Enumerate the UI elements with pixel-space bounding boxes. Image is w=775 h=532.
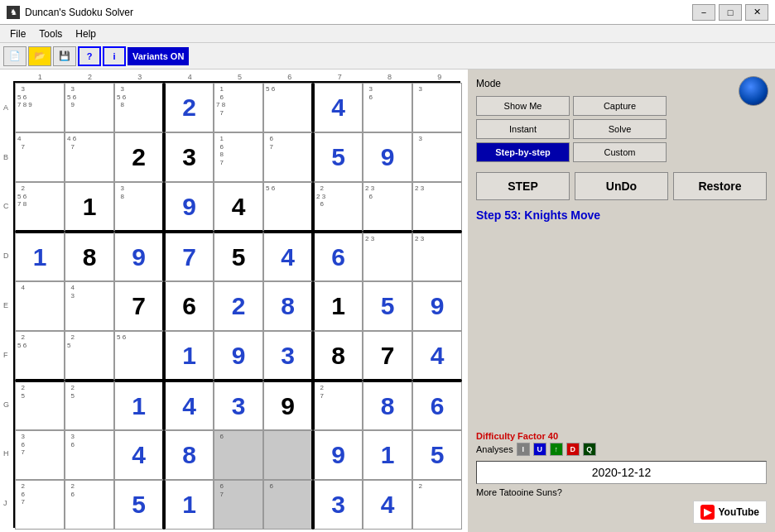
table-row[interactable]: 3 <box>412 83 462 132</box>
table-row[interactable]: 2 3 <box>412 182 462 232</box>
table-row[interactable]: 3 8 <box>114 182 164 232</box>
table-row[interactable]: 2 6 7 <box>15 480 65 530</box>
instant-button[interactable]: Instant <box>476 119 570 139</box>
youtube-area[interactable]: ▶ YouTube <box>476 501 767 524</box>
table-row[interactable]: 2 6 <box>65 480 114 530</box>
table-row[interactable]: 1 <box>114 381 164 430</box>
table-row[interactable]: 6 <box>214 430 263 480</box>
table-row[interactable]: 3 <box>313 480 363 530</box>
toolbar-new[interactable]: 📄 <box>3 46 26 66</box>
toolbar-info[interactable]: i <box>103 46 126 66</box>
table-row[interactable]: 1 <box>313 281 363 331</box>
table-row[interactable]: 4 <box>412 331 462 381</box>
table-row[interactable]: 4 7 <box>15 132 65 182</box>
table-row[interactable]: 3 <box>164 132 214 182</box>
table-row[interactable]: 7 <box>114 281 164 331</box>
table-row[interactable]: 1 <box>164 480 214 530</box>
table-row[interactable]: 9 <box>114 232 164 281</box>
table-row[interactable]: 6 <box>412 381 462 430</box>
table-row[interactable]: 6 7 <box>263 132 313 182</box>
table-row[interactable]: 3 <box>214 381 263 430</box>
custom-button[interactable]: Custom <box>573 142 667 162</box>
table-row[interactable]: 9 <box>313 430 363 480</box>
table-row[interactable]: 3 6 7 <box>15 430 65 480</box>
table-row[interactable]: 4 <box>263 232 313 281</box>
toolbar-help[interactable]: ? <box>78 46 101 66</box>
menu-tools[interactable]: Tools <box>32 26 69 41</box>
step-by-step-button[interactable]: Step-by-step <box>476 142 570 162</box>
step-button[interactable]: STEP <box>476 172 570 200</box>
table-row[interactable]: 2 <box>114 132 164 182</box>
restore-button[interactable]: Restore <box>673 172 767 200</box>
table-row[interactable]: 9 <box>164 182 214 232</box>
table-row[interactable]: 6 <box>164 281 214 331</box>
table-row[interactable]: 6 <box>263 480 313 530</box>
table-row[interactable]: 3 6 <box>363 83 412 132</box>
table-row[interactable]: 5 6 <box>263 83 313 132</box>
menu-help[interactable]: Help <box>69 26 103 41</box>
table-row[interactable]: 1 <box>164 331 214 381</box>
table-row[interactable]: 6 7 <box>214 480 263 530</box>
table-row[interactable]: 8 <box>363 381 412 430</box>
table-row[interactable]: 2 <box>214 281 263 331</box>
youtube-button[interactable]: ▶ YouTube <box>693 501 767 524</box>
table-row[interactable]: 8 <box>313 331 363 381</box>
table-row[interactable]: 2 7 <box>313 381 363 430</box>
table-row[interactable]: 7 <box>363 331 412 381</box>
table-row[interactable]: 5 <box>114 480 164 530</box>
capture-button[interactable]: Capture <box>573 96 667 116</box>
table-row[interactable]: 4 3 <box>65 281 114 331</box>
table-row[interactable]: 5 <box>313 132 363 182</box>
variants-button[interactable]: Variants ON <box>128 47 189 65</box>
table-row[interactable]: 1 6 8 7 <box>214 132 263 182</box>
table-row[interactable]: 5 <box>412 430 462 480</box>
table-row[interactable]: 3 <box>412 132 462 182</box>
undo-button[interactable]: UnDo <box>575 172 668 200</box>
table-row[interactable]: 5 <box>214 232 263 281</box>
table-row[interactable]: 2 5 <box>65 381 114 430</box>
table-row[interactable]: 5 <box>363 281 412 331</box>
table-row[interactable]: 9 <box>214 331 263 381</box>
table-row[interactable]: 1 6 7 8 7 <box>214 83 263 132</box>
table-row[interactable]: 4 <box>114 430 164 480</box>
table-row[interactable]: 4 <box>164 381 214 430</box>
table-row[interactable]: 8 <box>164 430 214 480</box>
table-row[interactable]: 1 <box>15 232 65 281</box>
table-row[interactable]: 9 <box>412 281 462 331</box>
table-row[interactable]: 8 <box>263 281 313 331</box>
table-row[interactable]: 2 5 6 <box>15 331 65 381</box>
toolbar-open[interactable]: 📂 <box>28 46 51 66</box>
table-row[interactable]: 2 3 <box>363 232 412 281</box>
table-row[interactable]: 5 6 <box>114 331 164 381</box>
table-row[interactable]: 3 <box>263 331 313 381</box>
table-row[interactable]: 2 3 <box>412 232 462 281</box>
table-row[interactable]: 3 5 6 9 <box>65 83 114 132</box>
table-row[interactable]: 4 <box>363 480 412 530</box>
table-row[interactable]: 9 <box>263 381 313 430</box>
table-row[interactable]: 3 5 6 7 8 9 <box>15 83 65 132</box>
table-row[interactable]: 1 <box>363 430 412 480</box>
table-row[interactable]: 3 6 <box>65 430 114 480</box>
table-row[interactable] <box>263 430 313 480</box>
table-row[interactable]: 2 5 6 7 8 <box>15 182 65 232</box>
close-button[interactable]: ✕ <box>745 4 768 21</box>
table-row[interactable]: 2 5 <box>15 381 65 430</box>
table-row[interactable]: 2 <box>412 480 462 530</box>
table-row[interactable]: 8 <box>65 232 114 281</box>
table-row[interactable]: 4 <box>15 281 65 331</box>
table-row[interactable]: 2 5 <box>65 331 114 381</box>
table-row[interactable]: 5 6 <box>263 182 313 232</box>
table-row[interactable]: 6 <box>313 232 363 281</box>
table-row[interactable]: 4 6 7 <box>65 132 114 182</box>
solve-button[interactable]: Solve <box>573 119 667 139</box>
table-row[interactable]: 4 <box>313 83 363 132</box>
maximize-button[interactable]: □ <box>719 4 742 21</box>
table-row[interactable]: 2 3 6 <box>363 182 412 232</box>
table-row[interactable]: 4 <box>214 182 263 232</box>
menu-file[interactable]: File <box>3 26 32 41</box>
table-row[interactable]: 1 <box>65 182 114 232</box>
minimize-button[interactable]: − <box>692 4 715 21</box>
table-row[interactable]: 2 2 3 6 <box>313 182 363 232</box>
table-row[interactable]: 3 5 6 8 <box>114 83 164 132</box>
toolbar-save[interactable]: 💾 <box>53 46 76 66</box>
